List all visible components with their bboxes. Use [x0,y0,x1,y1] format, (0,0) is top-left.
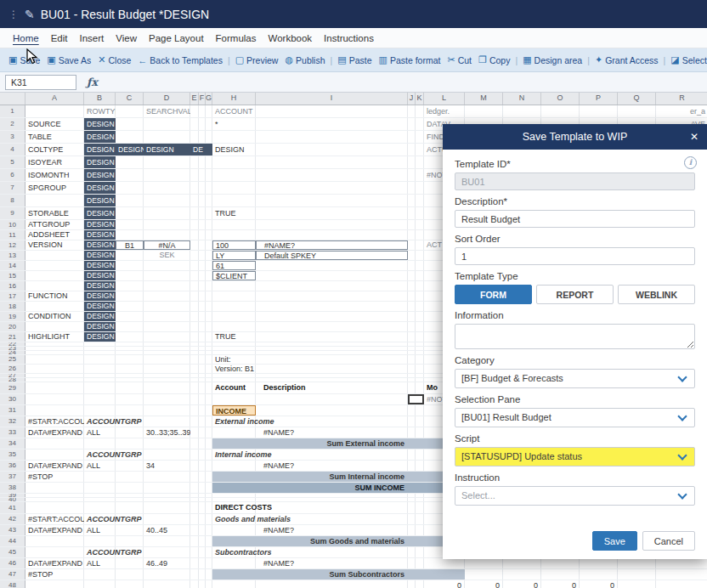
close-icon[interactable]: ✕ [690,131,699,143]
row-header-12[interactable]: 12 [0,240,25,250]
info-icon[interactable]: i [684,156,697,169]
cancel-button[interactable]: Cancel [642,531,695,551]
grid-cell[interactable]: ISOYEAR [25,156,84,168]
column-header-L[interactable]: L [424,93,465,105]
row-header-7[interactable]: 7 [0,182,25,194]
grid-cell[interactable]: * [212,118,256,130]
column-header-O[interactable]: O [541,93,580,105]
row-header-20[interactable]: 20 [0,322,25,331]
grid-cell[interactable]: ISOMONTH [25,169,84,181]
grid-cell[interactable]: DESIGN [84,322,116,331]
row-header-16[interactable]: 16 [0,281,25,291]
grid-cell[interactable]: DESIGN [84,156,116,168]
grid-cell[interactable]: Sum Subcontractors [212,569,408,580]
grid-cell[interactable]: 30..33;35..39 [144,427,190,438]
row-header-34[interactable]: 34 [0,438,25,449]
information-textarea[interactable] [455,324,695,349]
row-header-10[interactable]: 10 [0,220,25,229]
grid-cell[interactable]: Subcontractors [212,547,408,557]
row-header-28[interactable]: 28 [0,378,25,382]
column-header-K[interactable]: K [416,93,424,105]
toolbar-save-as-button[interactable]: ▣Save As [43,54,94,65]
grid-cell[interactable]: $CLIENT [212,271,256,280]
row-header-19[interactable]: 19 [0,312,25,321]
grid-cell[interactable]: #NAME? [256,525,408,535]
grid-cell[interactable]: ALL [84,461,116,471]
select-all-corner[interactable] [0,93,25,105]
row-header-32[interactable]: 32 [0,416,25,427]
instruction-select[interactable]: Select... [455,486,695,506]
grid-cell[interactable]: DESIGN [84,271,116,280]
grid-cell[interactable]: ALL [84,427,116,438]
row-header-45[interactable]: 45 [0,547,25,557]
grid-cell[interactable]: DESIGN [84,207,116,219]
grid-cell[interactable]: SOURCE [25,118,84,130]
grid-cell[interactable]: DESIGN [84,131,116,143]
row-header-6[interactable]: 6 [0,169,25,181]
grid-cell[interactable]: ledger. [424,105,465,117]
grid-cell[interactable]: ACCOUNTGRP [84,416,144,427]
grid-cell[interactable]: DESIGN [84,291,116,301]
grid-cell[interactable]: #STOP [25,569,84,580]
row-header-25[interactable]: 25 [0,355,25,364]
grid-cell[interactable]: Version: B1 [212,365,408,373]
toolbar-cut-button[interactable]: ✂Cut [444,54,475,65]
row-header-11[interactable]: 11 [0,230,25,240]
row-header-36[interactable]: 36 [0,461,25,471]
grid-cell[interactable]: DESIGN [84,182,116,194]
grid-cell[interactable]: DESIGN [116,144,144,155]
grid-cell[interactable]: STORABLE [25,207,84,219]
row-header-15[interactable]: 15 [0,271,25,280]
grid-cell[interactable]: Internal income [212,449,408,460]
grid-cell[interactable]: SUM INCOME [212,483,408,493]
report-type-button[interactable]: REPORT [536,285,614,304]
grid-cell[interactable]: DATA#EXPAND [25,461,84,471]
grid-cell[interactable]: #START:ACCOUN [25,514,84,524]
script-select[interactable]: [STATUSUPD] Update status [455,447,695,466]
column-header-R[interactable]: R [656,93,707,105]
grid-cell[interactable]: ALL [84,558,116,568]
grid-cell[interactable]: SEARCHVAL [144,105,190,117]
row-header-26[interactable]: 26 [0,365,25,373]
grid-cell[interactable]: ACCOUNTGRP [84,449,144,460]
grid-cell[interactable]: ALL [84,525,116,535]
row-header-21[interactable]: 21 [0,332,25,342]
grid-cell[interactable]: 0 [580,580,618,588]
selected-cell-K31[interactable] [408,394,424,404]
toolbar-paste-button[interactable]: ▤Paste [334,54,375,65]
grid-cell[interactable]: DESIGN [84,251,116,260]
menu-item-instructions[interactable]: Instructions [318,33,380,43]
column-header-G[interactable]: G [206,93,212,105]
grid-cell[interactable]: VERSION [25,240,84,250]
grid-cell[interactable] [408,569,465,580]
grid-cell[interactable]: #NAME? [256,240,408,250]
grid-cell[interactable]: DESIGN [84,230,116,240]
toolbar-selection-pane-design-button[interactable]: ◪Selection Pane Design [667,54,707,65]
column-header-D[interactable]: D [144,93,190,105]
row-header-8[interactable]: 8 [0,195,25,206]
form-type-button[interactable]: FORM [455,285,532,304]
column-header-A[interactable]: A [25,93,84,105]
row-header-42[interactable]: 42 [0,514,25,524]
template-id-input[interactable] [455,172,695,190]
grid-cell[interactable]: #START:ACCOUN [25,416,84,427]
menu-item-edit[interactable]: Edit [45,33,74,43]
grid-cell[interactable]: 0 [465,580,503,588]
row-header-23[interactable]: 23 [0,347,25,350]
row-header-14[interactable]: 14 [0,261,25,270]
row-header-35[interactable]: 35 [0,449,25,460]
grid-cell[interactable]: DESIGN [212,144,256,155]
row-header-33[interactable]: 33 [0,427,25,438]
toolbar-close-button[interactable]: ✕Close [94,54,134,65]
grid-cell[interactable]: DATA#EXPAND [25,558,84,568]
column-header-M[interactable]: M [465,93,503,105]
grid-cell[interactable]: HIGHLIGHT [25,332,84,342]
menu-item-insert[interactable]: Insert [74,33,110,43]
grid-cell[interactable]: DESIGN [84,220,116,229]
grid-cell[interactable]: 0 [503,580,541,588]
menu-item-view[interactable]: View [110,33,143,43]
row-header-31[interactable]: 31 [0,405,25,416]
column-header-F[interactable]: F [199,93,206,105]
toolbar-publish-button[interactable]: ◍Publish [281,54,328,65]
grid-cell[interactable]: SPGROUP [25,182,84,194]
